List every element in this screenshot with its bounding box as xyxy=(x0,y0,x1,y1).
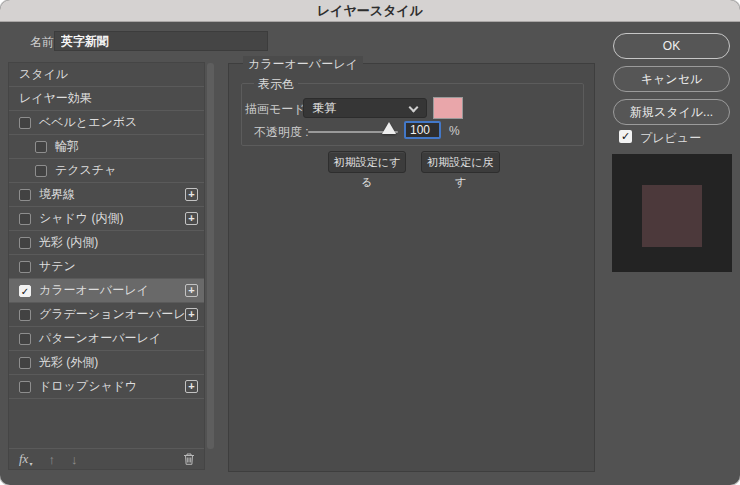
sidebar-item[interactable]: スタイル xyxy=(9,63,204,87)
sidebar-item-label: パターンオーバーレイ xyxy=(39,330,161,347)
sidebar-item-label: 境界線 xyxy=(39,186,75,203)
effect-checkbox[interactable] xyxy=(19,261,31,273)
chevron-down-icon xyxy=(409,103,419,113)
effect-checkbox[interactable] xyxy=(19,213,31,225)
effect-checkbox[interactable] xyxy=(35,141,47,153)
effect-checkbox[interactable] xyxy=(19,357,31,369)
fx-menu-icon[interactable]: fx xyxy=(19,451,32,467)
move-down-icon[interactable]: ↓ xyxy=(71,452,78,467)
sidebar-item-label: カラーオーバーレイ xyxy=(39,282,149,299)
color-overlay-panel: カラーオーバーレイ 表示色 描画モード : 乗算 不透明度 : % 初期設定にす… xyxy=(228,63,595,472)
preview-checkbox[interactable]: ✓ xyxy=(619,130,632,143)
effect-checkbox[interactable] xyxy=(19,117,31,129)
section-title: カラーオーバーレイ xyxy=(243,56,363,73)
layer-style-dialog: レイヤースタイル 名前 : スタイルレイヤー効果ベベルとエンボス輪郭テクスチャ境… xyxy=(0,0,740,485)
sidebar-item-label: ベベルとエンボス xyxy=(39,114,137,131)
sidebar-item[interactable]: テクスチャ xyxy=(9,159,204,183)
cancel-button[interactable]: キャンセル xyxy=(613,66,730,92)
style-name-input[interactable] xyxy=(54,31,268,51)
sidebar-item-label: 光彩 (外側) xyxy=(39,354,98,371)
effect-checkbox[interactable]: ✓ xyxy=(19,285,31,297)
ok-button[interactable]: OK xyxy=(613,33,730,59)
sidebar-item[interactable]: 光彩 (外側) xyxy=(9,351,204,375)
blend-mode-value: 乗算 xyxy=(312,101,336,115)
sidebar-item[interactable]: 輪郭 xyxy=(9,135,204,159)
style-preview-thumbnail xyxy=(612,154,732,272)
add-instance-plus-icon[interactable]: + xyxy=(185,212,198,225)
sidebar-footer: fx ↑ ↓ xyxy=(9,448,204,469)
add-instance-plus-icon[interactable]: + xyxy=(185,284,198,297)
sidebar-scrollbar[interactable] xyxy=(207,63,214,449)
effect-checkbox[interactable] xyxy=(19,333,31,345)
color-swatch[interactable] xyxy=(433,97,463,119)
reset-default-button[interactable]: 初期設定に戻す xyxy=(421,151,500,173)
blend-mode-dropdown[interactable]: 乗算 xyxy=(303,98,427,118)
opacity-label: 不透明度 : xyxy=(254,124,309,141)
make-default-button[interactable]: 初期設定にする xyxy=(328,151,406,173)
sidebar-item-label: シャドウ (内側) xyxy=(39,210,123,227)
add-instance-plus-icon[interactable]: + xyxy=(185,380,198,393)
opacity-unit: % xyxy=(449,124,460,138)
sidebar-item-label: 輪郭 xyxy=(55,138,79,155)
sidebar-item-label: 光彩 (内側) xyxy=(39,234,98,251)
sidebar-item[interactable]: パターンオーバーレイ xyxy=(9,327,204,351)
effect-checkbox[interactable] xyxy=(35,165,47,177)
effect-checkbox[interactable] xyxy=(19,381,31,393)
sidebar-item[interactable]: サテン xyxy=(9,255,204,279)
new-style-button[interactable]: 新規スタイル... xyxy=(613,99,730,125)
sidebar-item-label: サテン xyxy=(39,258,76,275)
effect-checkbox[interactable] xyxy=(19,189,31,201)
dialog-title: レイヤースタイル xyxy=(317,2,423,20)
sidebar-item[interactable]: シャドウ (内側)+ xyxy=(9,207,204,231)
sidebar-item[interactable]: 光彩 (内側) xyxy=(9,231,204,255)
sidebar-item-label: ドロップシャドウ xyxy=(39,378,137,395)
effects-sidebar: スタイルレイヤー効果ベベルとエンボス輪郭テクスチャ境界線+シャドウ (内側)+光… xyxy=(8,62,205,470)
sidebar-item-label: グラデーションオーバーレイ xyxy=(39,306,198,323)
effect-checkbox[interactable] xyxy=(19,237,31,249)
add-instance-plus-icon[interactable]: + xyxy=(185,188,198,201)
sidebar-item[interactable]: 境界線+ xyxy=(9,183,204,207)
sidebar-list: スタイルレイヤー効果ベベルとエンボス輪郭テクスチャ境界線+シャドウ (内側)+光… xyxy=(9,63,204,399)
group-title: 表示色 xyxy=(254,76,298,93)
sidebar-item[interactable]: ✓カラーオーバーレイ+ xyxy=(9,279,204,303)
sidebar-item[interactable]: ベベルとエンボス xyxy=(9,111,204,135)
preview-label: プレビュー xyxy=(640,130,701,147)
sidebar-item[interactable]: ドロップシャドウ+ xyxy=(9,375,204,399)
sidebar-item-label: テクスチャ xyxy=(55,162,116,179)
trash-icon[interactable] xyxy=(182,452,196,466)
effect-checkbox[interactable] xyxy=(19,309,31,321)
titlebar[interactable]: レイヤースタイル xyxy=(0,0,740,22)
opacity-input[interactable] xyxy=(404,121,441,139)
sidebar-item-label: レイヤー効果 xyxy=(19,90,92,107)
sidebar-item[interactable]: レイヤー効果 xyxy=(9,87,204,111)
move-up-icon[interactable]: ↑ xyxy=(48,452,55,467)
opacity-slider-thumb[interactable] xyxy=(382,122,396,134)
preview-square xyxy=(642,185,702,247)
add-instance-plus-icon[interactable]: + xyxy=(185,308,198,321)
sidebar-item[interactable]: グラデーションオーバーレイ+ xyxy=(9,303,204,327)
sidebar-item-label: スタイル xyxy=(19,66,68,83)
